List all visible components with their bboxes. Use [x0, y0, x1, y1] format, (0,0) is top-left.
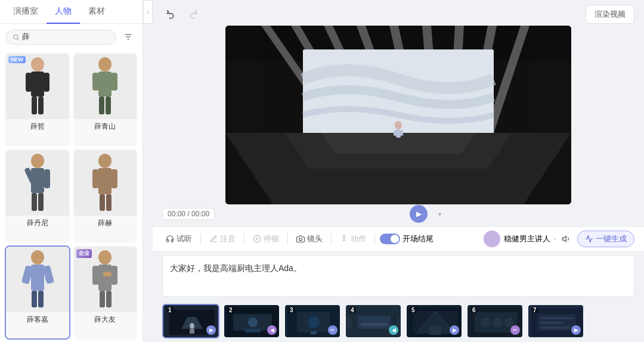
render-button[interactable]: 渲染视频 [586, 5, 634, 24]
toggle-opening-ending[interactable]: 开场结尾 [380, 234, 434, 244]
svg-rect-14 [111, 73, 117, 91]
char-image-4 [74, 150, 137, 216]
svg-rect-6 [31, 71, 44, 97]
svg-marker-69 [562, 236, 566, 241]
tab-studio[interactable]: 演播室 [5, 0, 47, 24]
svg-point-67 [343, 235, 345, 238]
pause-icon [253, 235, 261, 243]
tab-bar: 演播室 人物 素材 [0, 0, 143, 24]
svg-rect-30 [31, 265, 44, 291]
slide-7[interactable]: 7 ▶ [527, 304, 584, 338]
action-tool[interactable]: 动作 [336, 232, 370, 245]
speaker-info: 稳健男主讲人 › [484, 231, 574, 247]
svg-rect-13 [92, 73, 99, 91]
generate-icon [585, 235, 593, 243]
svg-rect-26 [111, 169, 117, 188]
svg-rect-12 [98, 71, 112, 97]
character-card-6[interactable]: 企业 薛大友 [73, 245, 138, 340]
listen-tool[interactable]: 试听 [162, 232, 196, 245]
svg-point-23 [98, 154, 112, 168]
character-card-3[interactable]: 薛丹尼 [5, 149, 70, 243]
expand-timeline-button[interactable]: ▾ [434, 208, 445, 220]
timeline-controls: 00:00 / 00:00 ▶ ▾ [153, 201, 644, 226]
search-row [0, 24, 143, 50]
action-icon [340, 235, 348, 243]
tab-character[interactable]: 人物 [47, 0, 80, 24]
svg-point-98 [493, 318, 502, 327]
svg-point-17 [31, 154, 44, 168]
slide-6[interactable]: 6 ✏ [466, 304, 524, 338]
svg-rect-25 [92, 169, 99, 188]
svg-rect-7 [26, 73, 32, 92]
camera-icon [296, 235, 305, 243]
character-card-2[interactable]: 薛青山 [73, 52, 138, 147]
svg-point-29 [31, 250, 44, 265]
slide-num-4: 4 [349, 307, 356, 313]
undo-button[interactable] [162, 6, 179, 23]
svg-rect-105 [540, 327, 570, 329]
preview-area [153, 29, 644, 201]
slide-5[interactable]: 5 ▶ [405, 304, 463, 338]
svg-rect-21 [32, 193, 37, 211]
svg-point-97 [481, 318, 490, 327]
slide-num-5: 5 [410, 307, 417, 313]
svg-rect-41 [103, 272, 112, 276]
search-icon [13, 33, 20, 41]
svg-rect-8 [44, 73, 49, 92]
svg-rect-59 [394, 130, 396, 136]
svg-rect-27 [100, 194, 105, 211]
filter-button[interactable] [120, 29, 137, 45]
search-box[interactable] [6, 30, 116, 45]
current-time: 00:00 [168, 210, 185, 218]
pause-label: 停顿 [264, 234, 279, 244]
svg-rect-84 [311, 331, 317, 334]
svg-rect-79 [245, 329, 261, 332]
video-preview [225, 26, 571, 204]
svg-rect-20 [44, 169, 50, 188]
slide-strip: 1 ▶ 2 ◀ 3 ✏ [153, 300, 644, 342]
svg-point-73 [190, 323, 194, 329]
svg-rect-33 [32, 291, 37, 307]
slide-icon-1: ▶ [206, 325, 216, 335]
svg-rect-39 [100, 291, 105, 307]
svg-point-78 [248, 318, 258, 327]
redo-button[interactable] [185, 6, 202, 23]
slide-num-2: 2 [227, 307, 234, 313]
lens-tool[interactable]: 镜头 [293, 232, 326, 245]
svg-rect-9 [32, 97, 37, 114]
char-name-5: 薛客嘉 [27, 312, 48, 327]
volume-button[interactable] [559, 232, 574, 246]
slide-icon-6: ✏ [510, 325, 520, 335]
character-card-5[interactable]: 薛客嘉 [5, 245, 70, 340]
tab-material[interactable]: 素材 [80, 0, 113, 24]
separator-3 [287, 234, 288, 244]
toggle-label: 开场结尾 [402, 234, 434, 244]
text-editor[interactable]: 大家好，我是高端厨电主理人Ada。 [162, 255, 634, 297]
badge-enterprise-6: 企业 [76, 249, 92, 258]
svg-rect-74 [190, 329, 194, 334]
annotate-tool[interactable]: 注音 [206, 232, 239, 245]
svg-rect-93 [429, 326, 441, 335]
slide-2[interactable]: 2 ◀ [223, 304, 280, 338]
char-image-1 [6, 54, 69, 119]
slide-num-6: 6 [470, 307, 478, 313]
svg-rect-58 [396, 129, 401, 138]
character-card-1[interactable]: NEW 薛哲 [5, 52, 70, 147]
bottom-toolbar: 试听 注音 停顿 镜头 动作 开场结尾 [153, 226, 644, 251]
speaker-avatar [484, 231, 500, 247]
svg-point-66 [299, 238, 302, 241]
generate-button[interactable]: 一键生成 [577, 231, 634, 247]
search-input[interactable] [22, 33, 110, 42]
slide-4[interactable]: 4 ◀ [345, 304, 402, 338]
slide-1[interactable]: 1 ▶ [162, 304, 219, 338]
char-name-3: 薛丹尼 [27, 216, 48, 231]
slide-3[interactable]: 3 ✏ [284, 304, 341, 338]
play-button[interactable]: ▶ [410, 205, 428, 223]
char-name-4: 薛赫 [98, 216, 112, 231]
svg-rect-22 [38, 193, 44, 211]
pause-tool[interactable]: 停顿 [249, 232, 283, 245]
char-name-1: 薛哲 [30, 119, 45, 134]
switch-track [380, 234, 400, 244]
collapse-panel-button[interactable]: ‹ [143, 0, 153, 24]
character-card-4[interactable]: 薛赫 [73, 149, 138, 243]
